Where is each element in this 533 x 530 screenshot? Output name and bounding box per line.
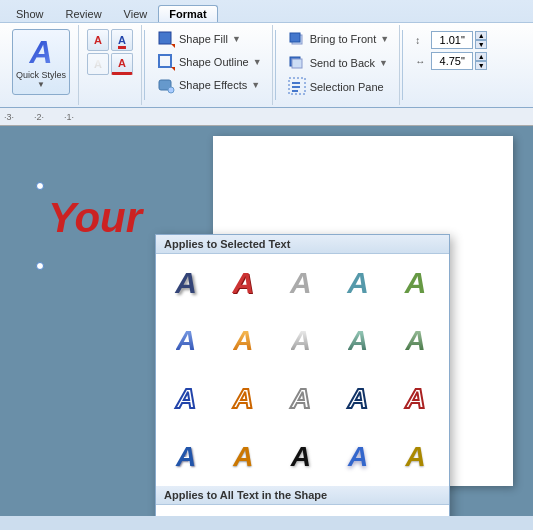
handle-tl[interactable] [36,182,44,190]
style-teal-gradient[interactable]: A [332,316,384,366]
shape-outline-button[interactable]: Shape Outline ▼ [153,51,266,73]
style-gold-fill[interactable]: A [390,432,442,482]
style-a-10: A [405,325,425,357]
style-s2-white[interactable]: A [160,509,212,516]
style-s2-green[interactable]: A [332,509,384,516]
style-blue-fill2[interactable]: A [332,432,384,482]
style-red-outline[interactable]: A [390,374,442,424]
style-blue-outline[interactable]: A [160,374,212,424]
shape-fill-icon [157,30,175,48]
shape-fill-button[interactable]: Shape Fill ▼ [153,28,266,50]
size-group: ↕ ▲ ▼ ↔ ▲ ▼ [405,25,497,105]
style-grid-row1: A A A A A [156,254,449,312]
style-a-4: A [347,266,369,300]
style-blue-gradient[interactable]: A [160,316,212,366]
selection-pane-button[interactable]: Selection Pane [284,75,394,99]
svg-marker-1 [171,44,175,48]
height-up-button[interactable]: ▲ [475,31,487,40]
style-orange-outline[interactable]: A [217,374,269,424]
style-a-6: A [176,325,196,357]
tab-review[interactable]: Review [55,5,113,22]
style-a-1: A [175,266,197,300]
style-orange-fill[interactable]: A [217,432,269,482]
document-area: Your Applies to Selected Text A A A A A [0,126,533,516]
bring-to-front-label: Bring to Front [310,33,377,45]
style-red-bold[interactable]: A [217,258,269,308]
style-black-fill[interactable]: A [275,432,327,482]
shape-outline-icon [157,53,175,71]
tab-view[interactable]: View [113,5,159,22]
bring-to-front-button[interactable]: Bring to Front ▼ [284,27,394,51]
shape-effects-button[interactable]: Shape Effects ▼ [153,74,266,96]
style-a-2: A [233,266,255,300]
svg-rect-12 [292,86,300,88]
style-grid-row2: A A A A A [156,312,449,370]
height-spinner: ↕ ▲ ▼ [415,31,487,49]
style-gray-outline[interactable]: A [275,374,327,424]
send-to-back-icon [288,53,306,73]
text-effect-button[interactable]: A [87,53,109,75]
ruler: ·3· ·2· ·1· [0,108,533,126]
style-silver-gradient[interactable]: A [275,316,327,366]
text-icon-row-2: A A [87,53,133,75]
style-a-13: A [291,383,311,415]
style-orange-gradient[interactable]: A [217,316,269,366]
send-to-back-label: Send to Back [310,57,375,69]
arrange-cmds-container: Bring to Front ▼ Send to Back ▼ [284,27,394,97]
quick-styles-button[interactable]: A Quick Styles ▼ [12,29,70,95]
style-gray-plain[interactable]: A [275,258,327,308]
text-spacing-button[interactable]: A [111,53,133,75]
style-a-19: A [348,441,368,473]
text-format-group: A A A A [79,25,142,105]
svg-rect-7 [290,33,300,42]
style-a-9: A [348,325,368,357]
style-s2-gray[interactable]: A [275,509,327,516]
text-fill-button[interactable]: A [87,29,109,51]
width-down-button[interactable]: ▼ [475,61,487,70]
style-teal-plain[interactable]: A [332,258,384,308]
wordart-a-icon: A [29,36,52,68]
style-a-5: A [405,266,427,300]
style-a-11: A [176,383,196,415]
style-a-15: A [405,383,425,415]
send-to-back-button[interactable]: Send to Back ▼ [284,51,394,75]
shape-cmds-container: Shape Fill ▼ Shape Outline ▼ [153,27,266,97]
divider-2 [275,30,276,100]
width-up-button[interactable]: ▲ [475,52,487,61]
shape-effects-label: Shape Effects [179,79,247,91]
wordart-styles-panel: Applies to Selected Text A A A A A A [155,234,450,516]
style-green-gradient[interactable]: A [390,316,442,366]
selection-pane-label: Selection Pane [310,81,384,93]
shape-outline-label: Shape Outline [179,56,249,68]
style-s2-white2[interactable]: A [217,509,269,516]
quick-styles-dropdown-arrow: ▼ [37,80,45,89]
section2-header: Applies to All Text in the Shape [156,486,449,505]
shape-fill-arrow: ▼ [232,34,241,44]
tab-show[interactable]: Show [5,5,55,22]
send-to-back-arrow: ▼ [379,58,388,68]
style-a-16: A [176,441,196,473]
svg-marker-3 [171,67,175,71]
style-grid-row4: A A A A A [156,428,449,486]
height-input[interactable] [431,31,473,49]
style-blue-fill[interactable]: A [160,432,212,482]
quick-styles-group: A Quick Styles ▼ [4,25,79,105]
handle-bl[interactable] [36,262,44,270]
ribbon-content: A Quick Styles ▼ A A A A [0,22,533,107]
style-blue-shadow[interactable]: A [160,258,212,308]
text-outline-button[interactable]: A [111,29,133,51]
style-green-plain[interactable]: A [390,258,442,308]
tab-format[interactable]: Format [158,5,217,22]
style-s2-blue[interactable]: A [390,509,442,516]
tab-row: Show Review View Format [0,0,533,22]
style-navy-outline[interactable]: A [332,374,384,424]
width-spinner: ↔ ▲ ▼ [415,52,487,70]
shape-effects-icon [157,76,175,94]
shape-commands-group: Shape Fill ▼ Shape Outline ▼ [147,25,273,105]
svg-rect-0 [159,32,171,44]
height-down-button[interactable]: ▼ [475,40,487,49]
style-a-20: A [405,441,425,473]
width-input[interactable] [431,52,473,70]
style-a-7: A [233,325,253,357]
size-inputs: ↕ ▲ ▼ ↔ ▲ ▼ [411,27,491,74]
